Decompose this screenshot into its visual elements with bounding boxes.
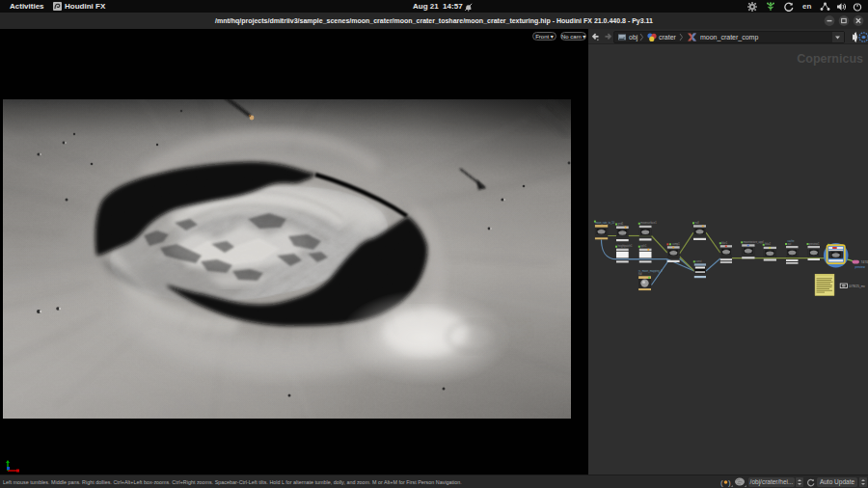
svg-text:(: ( — [720, 478, 723, 487]
svg-text:const: const — [695, 259, 701, 263]
svg-text:blur2: blur2 — [765, 242, 771, 246]
svg-text:blur1: blur1 — [721, 241, 727, 245]
svg-text:preview1: preview1 — [809, 242, 820, 246]
svg-text:moonsurface1: moonsurface1 — [640, 221, 657, 225]
svg-text:0/78/25_mv: 0/78/25_mv — [849, 285, 865, 288]
svg-text:crater: crater — [659, 34, 677, 41]
svg-text:preview: preview — [855, 265, 866, 269]
svg-text:): ) — [728, 478, 731, 487]
svg-text:obj: obj — [629, 34, 638, 41]
svg-text:null: null — [695, 221, 699, 225]
svg-text:flat: flat — [638, 272, 642, 276]
svg-text:moontexture_appl: moontexture_appl — [744, 240, 764, 244]
svg-text:split1: split1 — [640, 244, 647, 248]
svg-text:out: out — [788, 242, 792, 246]
svg-text:grid1: grid1 — [618, 222, 624, 226]
svg-text:rs_moon_mapping_4: rs_moon_mapping_4 — [638, 269, 663, 273]
svg-text:moon_rate_to_10: moon_rate_to_10 — [595, 221, 615, 225]
svg-text:74/74_mv: 74/74_mv — [861, 260, 868, 264]
svg-text:heightpatch1: heightpatch1 — [618, 244, 633, 248]
svg-text:moon_crater_comp: moon_crater_comp — [700, 34, 758, 41]
svg-text:comp1: comp1 — [672, 242, 680, 246]
